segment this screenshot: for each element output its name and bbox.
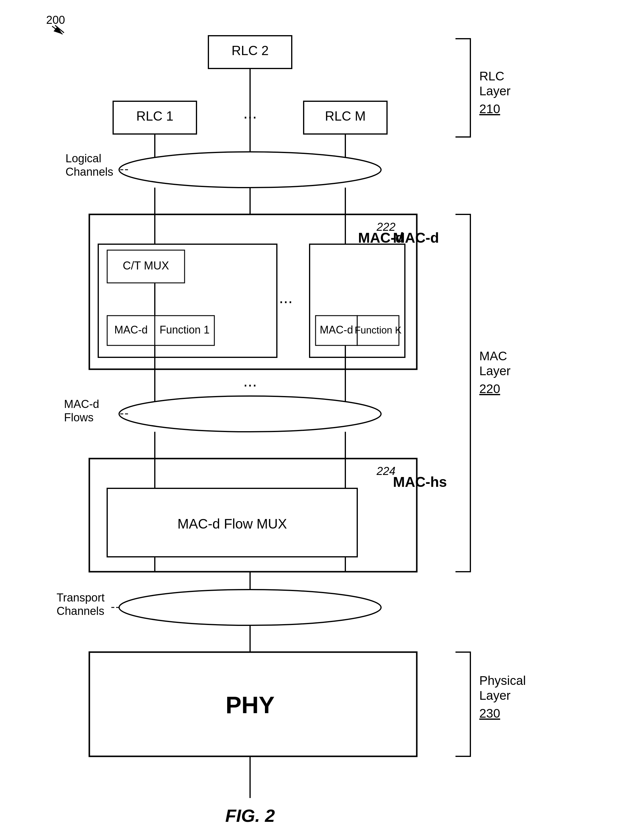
rlc-layer-number: 210 bbox=[479, 102, 500, 116]
mac-layer-label: MAC bbox=[479, 349, 507, 363]
rlc-layer-label2: Layer bbox=[479, 84, 510, 98]
rlc1-label: RLC 1 bbox=[136, 109, 174, 123]
macd-func1-right-label: Function 1 bbox=[159, 324, 210, 336]
macd-flows-label2: Flows bbox=[64, 411, 94, 424]
rlc-layer-label: RLC bbox=[479, 69, 504, 83]
rlc2-label: RLC 2 bbox=[232, 43, 269, 58]
rlcm-label: RLC M bbox=[325, 109, 366, 123]
transport-channels-label2: Channels bbox=[56, 605, 105, 617]
phy-layer-label: Physical bbox=[479, 673, 526, 688]
phy-layer-bracket bbox=[456, 652, 470, 756]
macd-funcK-right-label: Function K bbox=[354, 324, 401, 335]
macd-flows-ellipse bbox=[119, 396, 381, 432]
transport-channels-ellipse bbox=[119, 590, 381, 625]
phy-layer-label2: Layer bbox=[479, 688, 510, 702]
mac-hs-title: MAC-hs bbox=[393, 474, 447, 490]
macd-func1-left-label: MAC-d bbox=[114, 324, 148, 336]
mac-hs-number: 224 bbox=[376, 465, 395, 477]
mac-layer-label2: Layer bbox=[479, 364, 510, 378]
phy-label: PHY bbox=[226, 692, 275, 718]
figure-caption: FIG. 2 bbox=[226, 806, 275, 826]
macd-flow-mux-label: MAC-d Flow MUX bbox=[177, 516, 287, 532]
rlc-layer-bracket bbox=[456, 39, 470, 137]
func-dots: ··· bbox=[279, 292, 292, 310]
logical-channels-label: Logical bbox=[65, 152, 101, 165]
logical-channels-label2: Channels bbox=[65, 165, 114, 178]
diagram-number: 200 bbox=[46, 14, 65, 26]
mac-layer-bracket bbox=[456, 214, 470, 572]
logical-channels-ellipse bbox=[119, 152, 381, 188]
macd-funcK-left-label: MAC-d bbox=[320, 324, 353, 336]
mac-d-title2: MAC-d bbox=[393, 230, 439, 246]
mac-layer-number: 220 bbox=[479, 382, 500, 396]
macd-flows-label: MAC-d bbox=[64, 398, 99, 410]
phy-layer-number: 230 bbox=[479, 706, 500, 720]
macd-flows-dots: ··· bbox=[243, 375, 257, 394]
transport-channels-label: Transport bbox=[56, 591, 105, 604]
ct-mux-label: C/T MUX bbox=[123, 259, 169, 272]
diagram-container: 200 RLC 2 RLC 1 RLC M ··· Logical Channe… bbox=[0, 0, 621, 840]
